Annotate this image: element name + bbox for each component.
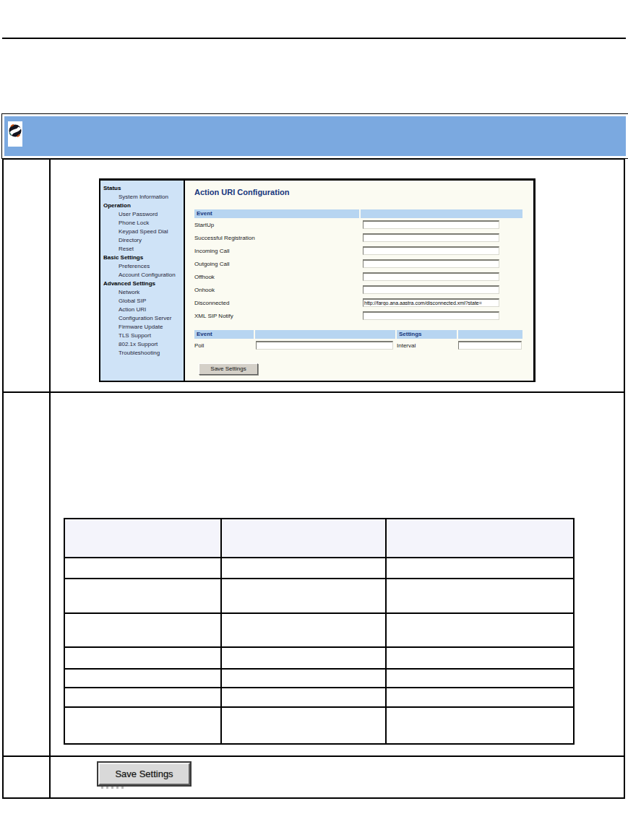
sidebar-item-configuration-server[interactable]: Configuration Server — [100, 314, 184, 323]
phone-globe-icon — [8, 121, 22, 147]
offhook-label: Offhook — [194, 274, 215, 280]
sidebar-section-advanced-settings: Advanced Settings — [100, 280, 184, 288]
sidebar-section-status: Status — [100, 184, 184, 193]
top-rule — [2, 38, 626, 39]
sidebar-section-basic-settings: Basic Settings — [100, 254, 184, 262]
outgoing-call-label: Outgoing Call — [194, 261, 229, 267]
left-column-divider — [49, 160, 51, 797]
table-row — [64, 669, 574, 688]
incoming-call-input[interactable] — [363, 246, 499, 255]
interval-input[interactable] — [458, 341, 522, 350]
offhook-input[interactable] — [363, 272, 499, 281]
disconnected-label: Disconnected — [194, 300, 229, 306]
page-title: Action URI Configuration — [194, 188, 289, 196]
sidebar-item-preferences[interactable]: Preferences — [100, 262, 184, 271]
sidebar-item-802-1x-support[interactable]: 802.1x Support — [100, 340, 184, 349]
settings-header-bar: Settings — [397, 330, 457, 339]
settings-header-label: Settings — [397, 330, 457, 339]
sidebar-item-action-uri[interactable]: Action URI — [100, 306, 184, 314]
table-header-row — [64, 519, 574, 558]
table-row — [64, 647, 574, 669]
event2-header-label: Event — [194, 330, 254, 339]
event-header-label: Event — [194, 209, 359, 218]
sidebar-item-keypad-speed-dial[interactable]: Keypad Speed Dial — [100, 228, 184, 236]
interval-label: Interval — [397, 342, 416, 349]
webui-main-panel: Action URI Configuration Event StartUpSu… — [185, 181, 533, 381]
row-divider-1 — [4, 391, 624, 393]
webui-save-settings-button[interactable]: Save Settings — [199, 363, 258, 375]
onhook-label: Onhook — [194, 287, 215, 293]
sidebar-item-user-password[interactable]: User Password — [100, 210, 184, 219]
startup-label: StartUp — [194, 222, 214, 228]
outgoing-call-input[interactable] — [363, 259, 499, 268]
event-header-bar: Event — [194, 209, 359, 218]
note-banner — [1, 113, 628, 159]
sidebar-item-firmware-update[interactable]: Firmware Update — [100, 323, 184, 332]
xml-sip-notify-label: XML SIP Notify — [194, 313, 233, 319]
successful-registration-label: Successful Registration — [194, 235, 255, 241]
table-row — [64, 688, 574, 707]
image-artifact — [101, 787, 126, 789]
sidebar-section-operation: Operation — [100, 202, 184, 210]
incoming-call-label: Incoming Call — [194, 248, 229, 254]
onhook-input[interactable] — [363, 285, 499, 294]
event-row-xml-sip-notify: XML SIP Notify — [194, 311, 533, 321]
poll-input[interactable] — [256, 341, 393, 350]
event-row-startup: StartUp — [194, 220, 533, 230]
event-row-successful-registration: Successful Registration — [194, 233, 533, 243]
xml-sip-notify-input[interactable] — [363, 311, 499, 320]
disconnected-input[interactable] — [363, 298, 499, 307]
aastra-webui-screenshot: StatusSystem InformationOperationUser Pa… — [99, 178, 535, 382]
manual-page: StatusSystem InformationOperationUser Pa… — [0, 0, 628, 840]
note-banner-background — [4, 116, 626, 156]
event-row-disconnected: Disconnected — [194, 298, 533, 308]
sidebar-item-phone-lock[interactable]: Phone Lock — [100, 219, 184, 228]
event-header-bar-spacer — [361, 209, 522, 218]
successful-registration-input[interactable] — [363, 233, 499, 242]
table-row — [64, 579, 574, 613]
row-divider-2 — [4, 755, 624, 757]
sidebar-item-reset[interactable]: Reset — [100, 245, 184, 254]
sidebar-item-global-sip[interactable]: Global SIP — [100, 297, 184, 306]
webui-sidebar: StatusSystem InformationOperationUser Pa… — [100, 181, 185, 381]
table-row — [64, 613, 574, 647]
sidebar-item-network[interactable]: Network — [100, 288, 184, 297]
table-row — [64, 558, 574, 579]
event-row-incoming-call: Incoming Call — [194, 246, 533, 256]
table-row — [64, 707, 574, 744]
event2-header-spacer1 — [255, 330, 395, 339]
sidebar-item-directory[interactable]: Directory — [100, 236, 184, 245]
sidebar-item-account-configuration[interactable]: Account Configuration — [100, 271, 184, 280]
event-row-offhook: Offhook — [194, 272, 533, 282]
event2-header-spacer2 — [458, 330, 522, 339]
startup-input[interactable] — [363, 220, 499, 229]
event-row-outgoing-call: Outgoing Call — [194, 259, 533, 269]
sidebar-item-system-information[interactable]: System Information — [100, 193, 184, 202]
sidebar-item-troubleshooting[interactable]: Troubleshooting — [100, 349, 184, 358]
sidebar-item-tls-support[interactable]: TLS Support — [100, 332, 184, 340]
event2-header-bar: Event — [194, 330, 254, 339]
event-row-onhook: Onhook — [194, 285, 533, 295]
save-settings-button-image[interactable]: Save Settings — [98, 763, 190, 785]
reference-table — [64, 518, 575, 745]
poll-label: Poll — [194, 342, 204, 349]
